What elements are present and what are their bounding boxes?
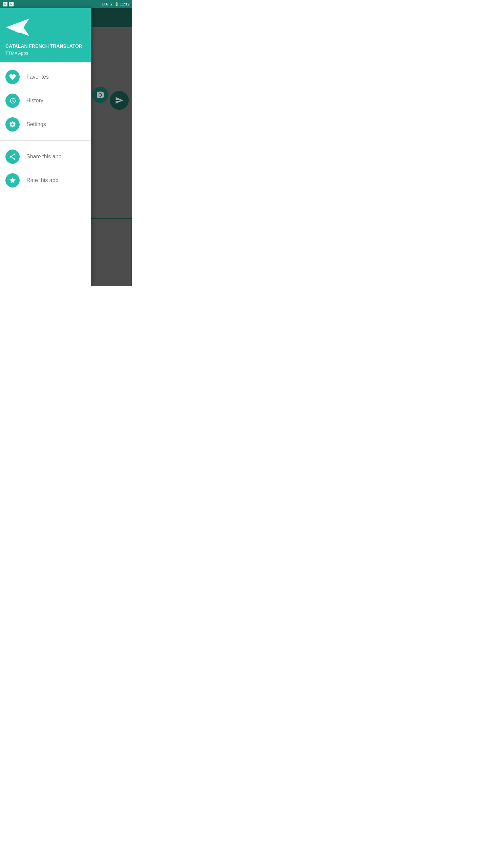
heart-icon xyxy=(9,73,16,81)
app-logo xyxy=(5,15,30,39)
drawer-header: CATALAN FRENCH TRANSLATOR TTMA Apps xyxy=(0,8,91,62)
settings-label: Settings xyxy=(26,121,46,127)
nav-drawer: CATALAN FRENCH TRANSLATOR TTMA Apps Favo… xyxy=(0,8,91,286)
n-notification-icon-2: N xyxy=(9,2,14,6)
history-label: History xyxy=(26,98,43,104)
rate-icon-circle xyxy=(5,173,20,188)
n-notification-icon-1: N xyxy=(3,2,7,6)
clock-icon xyxy=(9,97,16,104)
favorites-label: Favorites xyxy=(26,74,49,80)
app-author: TTMA Apps xyxy=(5,51,85,56)
menu-divider xyxy=(0,140,91,141)
menu-item-history[interactable]: History xyxy=(0,89,91,113)
menu-item-share[interactable]: Share this app xyxy=(0,145,91,169)
settings-icon-circle xyxy=(5,117,20,132)
favorites-icon-circle xyxy=(5,70,20,84)
menu-item-favorites[interactable]: Favorites xyxy=(0,65,91,89)
signal-icon: ▲ xyxy=(110,2,113,6)
rate-label: Rate this app xyxy=(26,177,58,183)
star-icon xyxy=(9,177,16,184)
lte-icon: LTE xyxy=(102,2,108,6)
menu-item-settings[interactable]: Settings xyxy=(0,113,91,136)
drawer-scrim[interactable] xyxy=(91,8,132,286)
history-icon-circle xyxy=(5,94,20,108)
clock: 11:12 xyxy=(120,2,129,6)
share-label: Share this app xyxy=(26,154,61,160)
share-icon xyxy=(9,153,16,160)
share-icon-circle xyxy=(5,150,20,164)
gear-icon xyxy=(9,121,16,128)
battery-icon: 🔋 xyxy=(115,2,119,6)
menu-item-rate[interactable]: Rate this app xyxy=(0,169,91,192)
app-name: CATALAN FRENCH TRANSLATOR xyxy=(5,43,85,49)
status-bar: N N LTE ▲ 🔋 11:12 xyxy=(0,0,132,8)
drawer-menu: Favorites History xyxy=(0,62,91,286)
